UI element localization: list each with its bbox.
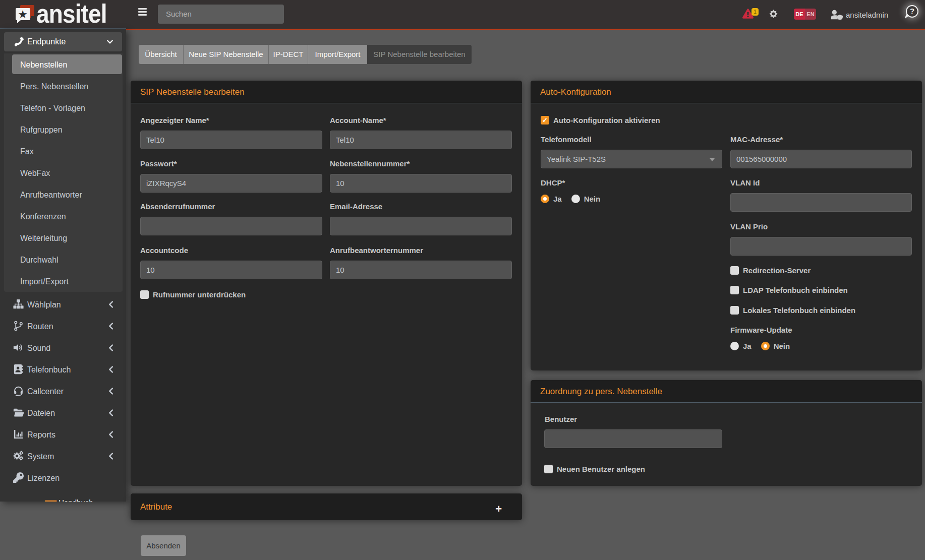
svg-text:★: ★ <box>18 8 28 21</box>
